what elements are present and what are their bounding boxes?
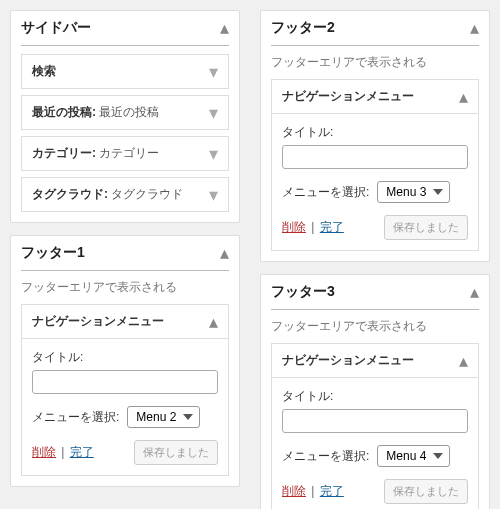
chevron-down-icon: ▾	[209, 67, 218, 77]
menu-select[interactable]: Menu 4	[377, 445, 450, 467]
widget-nav-menu: ナビゲーションメニュー ▴ タイトル: メニューを選択: Menu 3 削	[271, 79, 479, 251]
chevron-up-icon: ▴	[459, 91, 468, 103]
chevron-up-icon: ▴	[209, 316, 218, 328]
widget-name: カテゴリー:	[32, 146, 96, 160]
saved-button: 保存しました	[384, 215, 468, 240]
widget-item-recent-posts[interactable]: 最近の投稿: 最近の投稿 ▾	[21, 95, 229, 130]
chevron-up-icon[interactable]: ▴	[470, 286, 479, 298]
done-link[interactable]: 完了	[70, 445, 94, 459]
saved-button: 保存しました	[134, 440, 218, 465]
menu-select[interactable]: Menu 3	[377, 181, 450, 203]
widget-name: 最近の投稿:	[32, 105, 96, 119]
title-label: タイトル:	[282, 124, 468, 141]
chevron-down-icon: ▾	[209, 108, 218, 118]
widget-name: ナビゲーションメニュー	[282, 88, 414, 105]
menu-select-label: メニューを選択:	[32, 409, 119, 426]
done-link[interactable]: 完了	[320, 220, 344, 234]
chevron-down-icon: ▾	[209, 190, 218, 200]
menu-select-label: メニューを選択:	[282, 448, 369, 465]
widget-area-footer2: フッター2 ▴ フッターエリアで表示される ナビゲーションメニュー ▴ タイトル…	[260, 10, 490, 262]
widget-instance: 最近の投稿	[99, 105, 159, 119]
widget-item-search[interactable]: 検索 ▾	[21, 54, 229, 89]
title-label: タイトル:	[32, 349, 218, 366]
chevron-up-icon[interactable]: ▴	[220, 247, 229, 259]
widget-area-sidebar: サイドバー ▴ 検索 ▾ 最近の投稿: 最近の投稿 ▾ カテゴリー:	[10, 10, 240, 223]
done-link[interactable]: 完了	[320, 484, 344, 498]
section-title: フッター3	[271, 283, 335, 301]
widget-nav-menu: ナビゲーションメニュー ▴ タイトル: メニューを選択: Menu 2 削	[21, 304, 229, 476]
title-label: タイトル:	[282, 388, 468, 405]
separator: |	[61, 445, 64, 459]
chevron-down-icon: ▾	[209, 149, 218, 159]
widget-name: ナビゲーションメニュー	[282, 352, 414, 369]
title-input[interactable]	[282, 145, 468, 169]
delete-link[interactable]: 削除	[32, 445, 56, 459]
widget-item-tag-cloud[interactable]: タグクラウド: タグクラウド ▾	[21, 177, 229, 212]
section-description: フッターエリアで表示される	[21, 279, 229, 296]
section-description: フッターエリアで表示される	[271, 54, 479, 71]
menu-select-label: メニューを選択:	[282, 184, 369, 201]
widget-name: ナビゲーションメニュー	[32, 313, 164, 330]
chevron-up-icon[interactable]: ▴	[220, 22, 229, 34]
chevron-up-icon[interactable]: ▴	[470, 22, 479, 34]
saved-button: 保存しました	[384, 479, 468, 504]
section-description: フッターエリアで表示される	[271, 318, 479, 335]
widget-header[interactable]: ナビゲーションメニュー ▴	[272, 344, 478, 378]
widget-header[interactable]: ナビゲーションメニュー ▴	[22, 305, 228, 339]
widget-nav-menu: ナビゲーションメニュー ▴ タイトル: メニューを選択: Menu 4 削	[271, 343, 479, 509]
widget-instance: カテゴリー	[99, 146, 159, 160]
delete-link[interactable]: 削除	[282, 220, 306, 234]
widget-instance: タグクラウド	[111, 187, 183, 201]
separator: |	[311, 484, 314, 498]
delete-link[interactable]: 削除	[282, 484, 306, 498]
title-input[interactable]	[32, 370, 218, 394]
section-title: サイドバー	[21, 19, 91, 37]
section-title: フッター1	[21, 244, 85, 262]
widget-header[interactable]: ナビゲーションメニュー ▴	[272, 80, 478, 114]
widget-name: タグクラウド:	[32, 187, 108, 201]
widget-name: 検索	[32, 64, 56, 78]
menu-select[interactable]: Menu 2	[127, 406, 200, 428]
widget-area-footer1: フッター1 ▴ フッターエリアで表示される ナビゲーションメニュー ▴ タイトル…	[10, 235, 240, 487]
widget-area-footer3: フッター3 ▴ フッターエリアで表示される ナビゲーションメニュー ▴ タイトル…	[260, 274, 490, 509]
chevron-up-icon: ▴	[459, 355, 468, 367]
section-title: フッター2	[271, 19, 335, 37]
title-input[interactable]	[282, 409, 468, 433]
widget-item-categories[interactable]: カテゴリー: カテゴリー ▾	[21, 136, 229, 171]
separator: |	[311, 220, 314, 234]
